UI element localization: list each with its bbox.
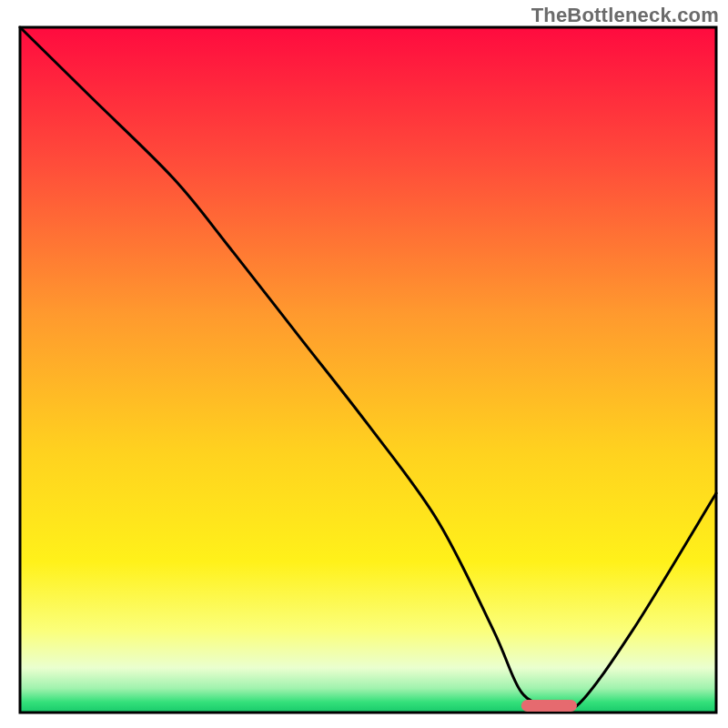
optimal-range-marker xyxy=(521,700,577,712)
chart-container: TheBottleneck.com xyxy=(0,0,728,728)
watermark-label: TheBottleneck.com xyxy=(531,4,719,27)
bottleneck-chart xyxy=(0,0,728,728)
plot-area xyxy=(20,27,716,713)
